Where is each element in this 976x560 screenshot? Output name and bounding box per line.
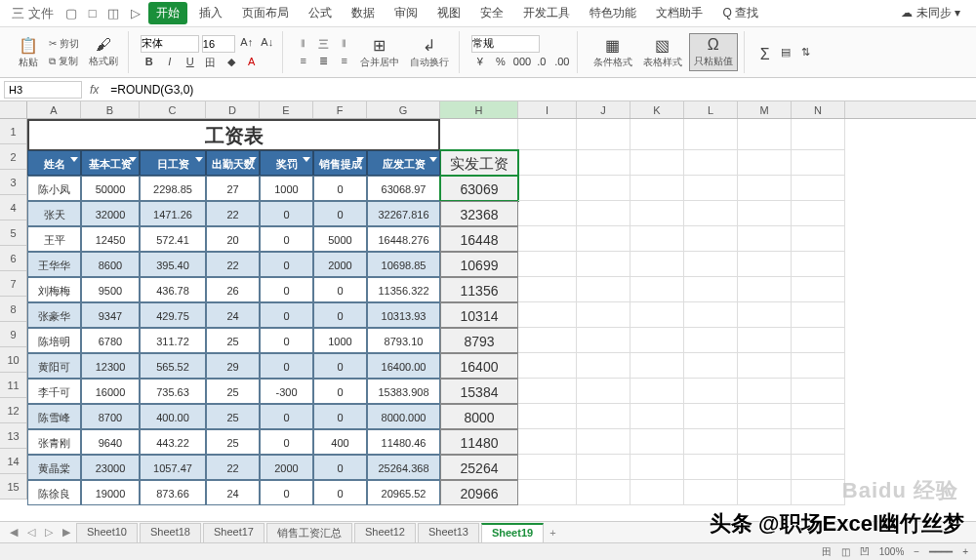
data-cell[interactable]: 22 — [206, 201, 260, 226]
filter-icon[interactable] — [249, 157, 257, 162]
net-pay-header[interactable]: 实发工资 — [440, 150, 518, 176]
data-cell[interactable]: 11480.46 — [367, 429, 440, 455]
data-cell[interactable]: 0 — [313, 480, 367, 505]
sort-button[interactable]: ⇅ — [797, 45, 815, 60]
col-header-I[interactable]: I — [518, 101, 577, 118]
row-header-2[interactable]: 2 — [0, 144, 26, 170]
border-button[interactable]: 田 — [202, 55, 220, 70]
empty-cell[interactable] — [518, 302, 577, 328]
net-pay-cell[interactable]: 63069 — [440, 176, 518, 201]
format-painter-button[interactable]: 🖌格式刷 — [85, 34, 122, 70]
row-header-10[interactable]: 10 — [0, 347, 26, 373]
data-cell[interactable]: 0 — [313, 302, 367, 328]
tab-review[interactable]: 审阅 — [386, 2, 426, 24]
data-cell[interactable]: 10698.85 — [367, 252, 440, 277]
fill-color-button[interactable]: ◆ — [223, 55, 240, 70]
empty-cell[interactable] — [684, 379, 738, 404]
empty-cell[interactable] — [518, 119, 577, 150]
empty-cell[interactable] — [792, 429, 845, 455]
data-cell[interactable]: 张豪华 — [27, 302, 81, 328]
table-header[interactable]: 出勤天数 — [206, 150, 260, 176]
empty-cell[interactable] — [577, 201, 630, 226]
empty-cell[interactable] — [684, 404, 738, 429]
data-cell[interactable]: 29 — [206, 353, 260, 379]
data-cell[interactable]: 0 — [313, 176, 367, 201]
empty-cell[interactable] — [630, 404, 684, 429]
name-box[interactable] — [4, 81, 82, 99]
data-cell[interactable]: 26 — [206, 277, 260, 302]
data-cell[interactable]: 311.72 — [140, 328, 206, 353]
empty-cell[interactable] — [630, 455, 684, 480]
data-cell[interactable]: 0 — [260, 201, 313, 226]
print-icon[interactable]: ▷ — [127, 4, 144, 22]
empty-cell[interactable] — [792, 302, 845, 328]
data-cell[interactable]: 陈培明 — [27, 328, 81, 353]
empty-cell[interactable] — [792, 455, 845, 480]
data-cell[interactable]: 32267.816 — [367, 201, 440, 226]
data-cell[interactable]: 20 — [206, 226, 260, 252]
empty-cell[interactable] — [577, 176, 630, 201]
col-header-K[interactable]: K — [630, 101, 684, 118]
formula-input[interactable] — [106, 81, 972, 99]
table-header[interactable]: 姓名 — [27, 150, 81, 176]
row-header-11[interactable]: 11 — [0, 373, 26, 398]
data-cell[interactable]: 黄阳可 — [27, 353, 81, 379]
row-header-14[interactable]: 14 — [0, 449, 26, 474]
tab-security[interactable]: 安全 — [472, 2, 511, 24]
empty-cell[interactable] — [630, 201, 684, 226]
data-cell[interactable]: 20965.52 — [367, 480, 440, 505]
data-cell[interactable]: 0 — [313, 353, 367, 379]
empty-cell[interactable] — [684, 226, 738, 252]
empty-cell[interactable] — [577, 277, 630, 302]
col-header-M[interactable]: M — [738, 101, 792, 118]
data-cell[interactable]: 16000 — [81, 379, 140, 404]
empty-cell[interactable] — [577, 480, 630, 505]
fill-button[interactable]: ▤ — [777, 45, 794, 60]
data-cell[interactable]: 25 — [206, 379, 260, 404]
empty-cell[interactable] — [792, 201, 845, 226]
tab-nav-first[interactable]: ◀ — [6, 526, 21, 539]
net-pay-cell[interactable]: 11480 — [440, 429, 518, 455]
data-cell[interactable]: 25264.368 — [367, 455, 440, 480]
dec-dec-button[interactable]: .00 — [553, 55, 571, 70]
empty-cell[interactable] — [577, 429, 630, 455]
empty-cell[interactable] — [792, 353, 845, 379]
data-cell[interactable]: 22 — [206, 455, 260, 480]
row-header-7[interactable]: 7 — [0, 271, 26, 297]
empty-cell[interactable] — [518, 328, 577, 353]
data-cell[interactable]: 0 — [260, 404, 313, 429]
data-cell[interactable]: 429.75 — [140, 302, 206, 328]
align-bottom-button[interactable]: ⫴ — [336, 36, 353, 52]
col-header-B[interactable]: B — [81, 101, 140, 118]
data-cell[interactable]: 5000 — [313, 226, 367, 252]
empty-cell[interactable] — [518, 201, 577, 226]
empty-cell[interactable] — [518, 429, 577, 455]
paste-button[interactable]: 📋粘贴 — [14, 34, 43, 71]
align-middle-button[interactable]: 三 — [315, 36, 333, 52]
col-header-A[interactable]: A — [27, 101, 81, 118]
cells-area[interactable]: 工资表姓名基本工资日工资出勤天数奖罚销售提成应发工资实发工资陈小凤5000022… — [27, 119, 976, 505]
font-color-button[interactable]: A — [243, 55, 261, 70]
tab-layout[interactable]: 页面布局 — [234, 2, 297, 24]
data-cell[interactable]: 24 — [206, 302, 260, 328]
data-cell[interactable]: 8700 — [81, 404, 140, 429]
zoom-slider[interactable]: ━━━━ — [929, 546, 953, 557]
net-pay-cell[interactable]: 8793 — [440, 328, 518, 353]
empty-cell[interactable] — [792, 119, 845, 150]
merge-center-button[interactable]: ⊞合并居中 — [356, 34, 403, 71]
font-size-select[interactable] — [202, 35, 235, 53]
sheet-tab[interactable]: Sheet19 — [481, 523, 544, 542]
row-header-3[interactable]: 3 — [0, 170, 26, 195]
empty-cell[interactable] — [630, 480, 684, 505]
data-cell[interactable]: 张天 — [27, 201, 81, 226]
align-right-button[interactable]: ≡ — [336, 54, 353, 69]
empty-cell[interactable] — [684, 201, 738, 226]
app-menu-icon[interactable]: 三 文件 — [8, 3, 58, 24]
row-header-12[interactable]: 12 — [0, 398, 26, 423]
search-box[interactable]: Q 查找 — [714, 2, 766, 24]
data-cell[interactable]: 黄晶棠 — [27, 455, 81, 480]
net-pay-cell[interactable]: 11356 — [440, 277, 518, 302]
col-header-G[interactable]: G — [367, 101, 440, 118]
empty-cell[interactable] — [738, 353, 792, 379]
empty-cell[interactable] — [684, 480, 738, 505]
